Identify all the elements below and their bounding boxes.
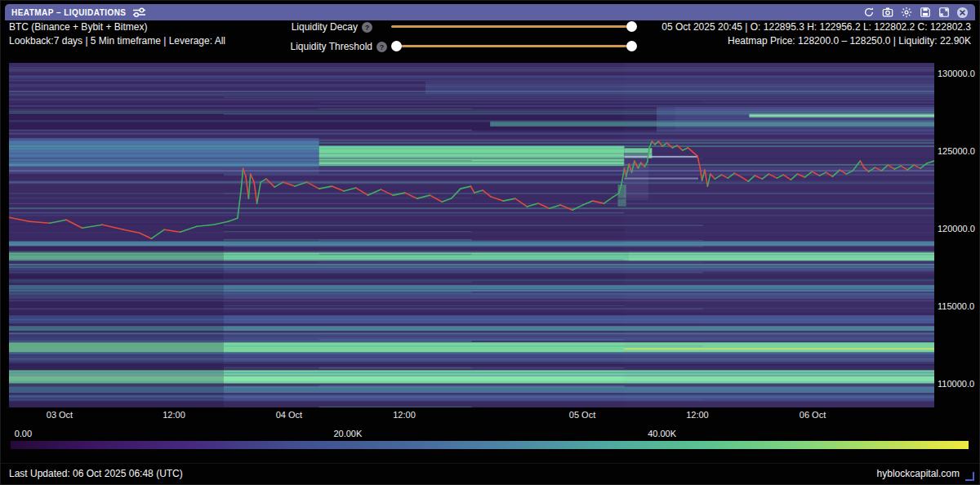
liquidity-threshold-label: Liquidity Threshold — [225, 41, 372, 52]
liquidity-threshold-slider[interactable] — [396, 45, 632, 47]
y-axis-label: 120000.0 — [938, 224, 975, 234]
x-axis-label: 12:00 — [393, 410, 416, 420]
window-titlebar: HEATMAP – LIQUIDATIONS — [5, 4, 975, 20]
close-icon[interactable] — [956, 7, 969, 19]
colorbar-label: 0.00 — [15, 429, 32, 438]
x-axis-label: 06 Oct — [800, 410, 826, 420]
liquidity-colorbar — [11, 441, 969, 449]
site-link[interactable]: hyblockcapital.com — [877, 468, 960, 479]
x-axis-label: 04 Oct — [276, 410, 302, 420]
window-title: HEATMAP – LIQUIDATIONS — [11, 8, 126, 17]
expand-icon[interactable] — [938, 7, 950, 19]
titlebar-action-icons — [862, 7, 969, 19]
colorbar-label: 20.00K — [333, 429, 362, 438]
refresh-icon[interactable] — [862, 7, 875, 19]
x-axis-label: 12:00 — [163, 410, 185, 420]
heatmap-chart[interactable] — [9, 63, 934, 407]
last-updated-label: Last Updated: 06 Oct 2025 06:48 (UTC) — [9, 468, 183, 479]
heatmap-price-readout: Heatmap Price: 128200.0 – 128250.0 | Liq… — [728, 35, 971, 47]
colorbar-scale-labels: 0.0020.00K40.00K — [11, 429, 969, 439]
liquidity-threshold-thumb-min[interactable] — [391, 41, 402, 51]
liquidity-decay-slider[interactable] — [391, 25, 632, 28]
liquidation-heatmap-window: HEATMAP – LIQUIDATIONS BTC (Binance + By… — [0, 0, 980, 485]
price-axis: 130000.0125000.0120000.0115000.0110000.0 — [938, 63, 980, 407]
tune-icon[interactable] — [132, 7, 146, 17]
liquidity-decay-info-icon[interactable]: ? — [362, 22, 372, 33]
y-axis-label: 125000.0 — [938, 146, 975, 156]
x-axis-label: 12:00 — [686, 410, 709, 420]
liquidity-decay-label: Liquidity Decay — [211, 21, 358, 33]
footer-divider — [1, 463, 979, 464]
instrument-label: BTC (Binance + Bybit + Bitmex) — [9, 21, 147, 33]
resize-corner-icon[interactable] — [965, 472, 974, 481]
colorbar-label: 40.00K — [648, 429, 676, 438]
y-axis-label: 110000.0 — [938, 379, 974, 389]
y-axis-label: 130000.0 — [938, 69, 975, 78]
liquidity-threshold-thumb-max[interactable] — [626, 41, 637, 51]
x-axis-label: 05 Oct — [569, 410, 595, 420]
liquidity-threshold-info-icon[interactable]: ? — [376, 42, 387, 52]
lookback-settings-label: Lookback:7 days | 5 Min timeframe | Leve… — [9, 35, 225, 47]
save-icon[interactable] — [919, 7, 931, 19]
x-axis-label: 03 Oct — [47, 410, 73, 420]
settings-icon[interactable] — [900, 7, 912, 19]
time-axis: 03 Oct12:0004 Oct12:0005 Oct12:0006 Oct — [9, 410, 934, 421]
y-axis-label: 115000.0 — [938, 301, 974, 311]
screenshot-icon[interactable] — [881, 7, 893, 19]
ohlc-readout: 05 Oct 2025 20:45 | O: 122895.3 H: 12295… — [662, 21, 971, 33]
liquidity-decay-thumb[interactable] — [626, 21, 637, 32]
